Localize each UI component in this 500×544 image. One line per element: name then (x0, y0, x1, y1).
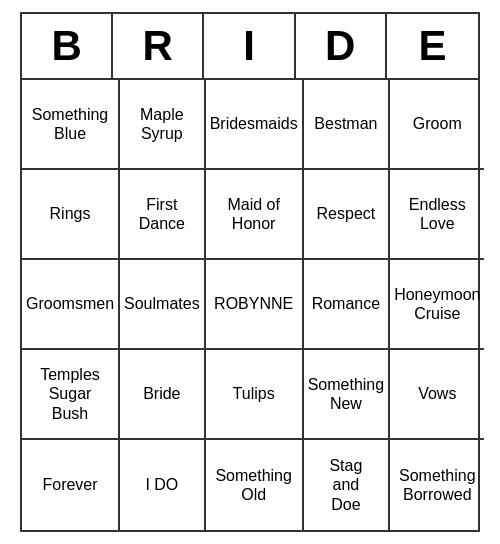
bingo-cell-16: Bride (120, 350, 206, 440)
bingo-card: BRIDE SomethingBlueMapleSyrupBridesmaids… (20, 12, 480, 532)
bingo-grid: SomethingBlueMapleSyrupBridesmaidsBestma… (22, 80, 478, 530)
bingo-cell-11: Soulmates (120, 260, 206, 350)
header-letter-d: D (296, 14, 387, 78)
bingo-cell-3: Bestman (304, 80, 391, 170)
cell-text-11: Soulmates (124, 294, 200, 313)
header-letter-i: I (204, 14, 295, 78)
header-letter-b: B (22, 14, 113, 78)
bingo-cell-23: StagandDoe (304, 440, 391, 530)
bingo-cell-7: Maid ofHonor (206, 170, 304, 260)
cell-text-22: SomethingOld (215, 466, 292, 504)
bingo-cell-18: SomethingNew (304, 350, 391, 440)
cell-text-23: StagandDoe (329, 456, 362, 514)
bingo-cell-14: HoneymoonCruise (390, 260, 484, 350)
bingo-cell-24: SomethingBorrowed (390, 440, 484, 530)
bingo-cell-9: EndlessLove (390, 170, 484, 260)
cell-text-20: Forever (42, 475, 97, 494)
header-letter-e: E (387, 14, 478, 78)
bingo-cell-12: ROBYNNE (206, 260, 304, 350)
cell-text-8: Respect (317, 204, 376, 223)
bingo-cell-1: MapleSyrup (120, 80, 206, 170)
bingo-cell-4: Groom (390, 80, 484, 170)
bingo-cell-13: Romance (304, 260, 391, 350)
bingo-cell-0: SomethingBlue (22, 80, 120, 170)
cell-text-4: Groom (413, 114, 462, 133)
cell-text-9: EndlessLove (409, 195, 466, 233)
cell-text-6: FirstDance (139, 195, 185, 233)
cell-text-21: I DO (145, 475, 178, 494)
cell-text-24: SomethingBorrowed (399, 466, 476, 504)
bingo-cell-20: Forever (22, 440, 120, 530)
cell-text-17: Tulips (233, 384, 275, 403)
cell-text-1: MapleSyrup (140, 105, 184, 143)
header-letter-r: R (113, 14, 204, 78)
cell-text-18: SomethingNew (308, 375, 385, 413)
cell-text-16: Bride (143, 384, 180, 403)
cell-text-5: Rings (50, 204, 91, 223)
bingo-cell-19: Vows (390, 350, 484, 440)
cell-text-7: Maid ofHonor (227, 195, 279, 233)
bingo-cell-2: Bridesmaids (206, 80, 304, 170)
bingo-cell-22: SomethingOld (206, 440, 304, 530)
cell-text-2: Bridesmaids (210, 114, 298, 133)
bingo-cell-6: FirstDance (120, 170, 206, 260)
bingo-cell-15: TemplesSugarBush (22, 350, 120, 440)
cell-text-14: HoneymoonCruise (394, 285, 480, 323)
bingo-cell-8: Respect (304, 170, 391, 260)
bingo-header: BRIDE (22, 14, 478, 80)
bingo-cell-21: I DO (120, 440, 206, 530)
cell-text-15: TemplesSugarBush (40, 365, 100, 423)
cell-text-10: Groomsmen (26, 294, 114, 313)
bingo-cell-5: Rings (22, 170, 120, 260)
cell-text-3: Bestman (314, 114, 377, 133)
cell-text-0: SomethingBlue (32, 105, 109, 143)
bingo-cell-10: Groomsmen (22, 260, 120, 350)
cell-text-19: Vows (418, 384, 456, 403)
cell-text-12: ROBYNNE (214, 294, 293, 313)
cell-text-13: Romance (312, 294, 380, 313)
bingo-cell-17: Tulips (206, 350, 304, 440)
